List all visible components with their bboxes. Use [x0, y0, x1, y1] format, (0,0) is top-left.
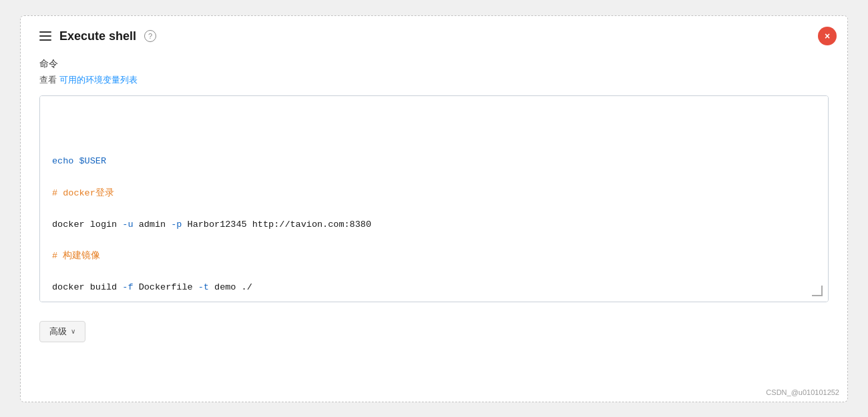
env-variables-link[interactable]: 可用的环境变量列表	[59, 75, 138, 85]
code-line-echo: echo $USER	[52, 153, 816, 169]
code-line-build: docker build -f Dockerfile -t demo ./	[52, 280, 816, 296]
env-link-row: 查看 可用的环境变量列表	[39, 74, 829, 86]
dialog-header: Execute shell ?	[39, 29, 829, 43]
advanced-section: 高级 ∨	[39, 321, 829, 342]
code-editor[interactable]: echo $USER # docker登录 docker login -u ad…	[39, 95, 829, 302]
help-icon[interactable]: ?	[144, 30, 156, 42]
menu-icon[interactable]	[39, 31, 51, 41]
code-line-login: docker login -u admin -p Harbor12345 htt…	[52, 217, 816, 233]
advanced-label: 高级	[49, 326, 67, 338]
code-line-comment1: # docker登录	[52, 185, 816, 201]
resize-handle[interactable]	[813, 287, 823, 296]
code-line-blank	[52, 122, 816, 138]
chevron-down-icon: ∨	[71, 328, 75, 335]
code-line-comment2: # 构建镜像	[52, 248, 816, 264]
watermark: CSDN_@u010101252	[766, 388, 839, 396]
advanced-button[interactable]: 高级 ∨	[39, 321, 85, 342]
close-button[interactable]: ×	[818, 27, 837, 45]
execute-shell-dialog: Execute shell ? × 命令 查看 可用的环境变量列表 echo $…	[20, 15, 848, 402]
dialog-title: Execute shell	[59, 29, 136, 43]
env-prefix-text: 查看	[39, 75, 59, 85]
command-label: 命令	[39, 58, 829, 70]
